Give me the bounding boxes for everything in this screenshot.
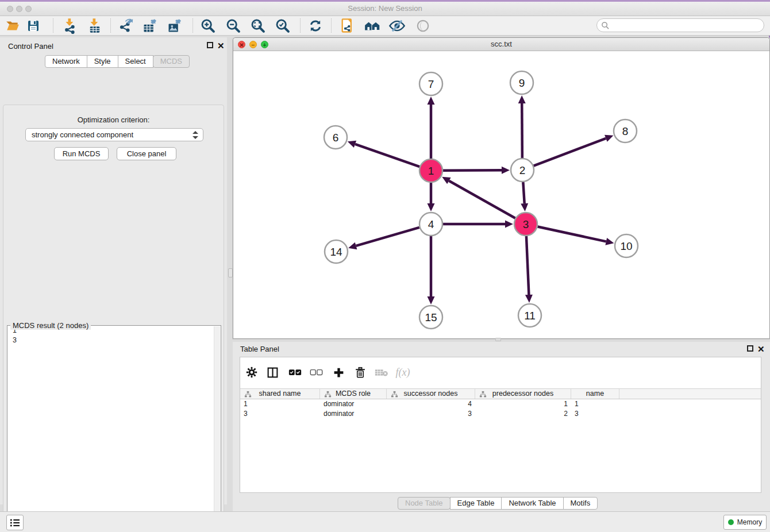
column-header-mcds-role[interactable]: MCDS role xyxy=(320,389,387,399)
graph-edge-1-6[interactable] xyxy=(355,144,419,167)
window-minimize-button[interactable] xyxy=(16,6,22,12)
toolbar-search xyxy=(596,18,764,32)
zoom-out-button[interactable] xyxy=(224,17,243,34)
graph-edge-arrow xyxy=(521,203,528,211)
graph-edge-2-9[interactable] xyxy=(522,103,522,158)
network-minimize-button[interactable]: − xyxy=(249,41,257,48)
delete-column-button[interactable] xyxy=(351,364,369,381)
network-view-window: ✕ − + scc.txt 7968124314101511 xyxy=(233,37,770,339)
column-header-successor-nodes[interactable]: successor nodes xyxy=(387,389,475,399)
import-table-button[interactable] xyxy=(85,17,105,34)
add-column-button[interactable] xyxy=(329,364,348,381)
control-panel-close-button[interactable]: ✕ xyxy=(217,43,225,49)
import-network-button[interactable] xyxy=(60,17,80,34)
hierarchy-icon xyxy=(324,391,332,398)
network-close-button[interactable]: ✕ xyxy=(238,41,245,48)
graph-edge-2-3[interactable] xyxy=(523,182,524,203)
tab-network[interactable]: Network xyxy=(45,55,87,68)
tab-network-table[interactable]: Network Table xyxy=(501,497,563,510)
criterion-select[interactable]: strongly connected component xyxy=(25,128,203,141)
tab-mcds[interactable]: MCDS xyxy=(153,55,190,68)
export-table-icon xyxy=(142,18,158,34)
graph-edge-1-2[interactable] xyxy=(443,170,502,171)
select-all-button[interactable] xyxy=(286,364,304,381)
tab-select[interactable]: Select xyxy=(118,55,153,68)
mcds-result-title: MCDS result (2 nodes) xyxy=(10,321,91,330)
graph-node-label-14: 14 xyxy=(330,246,342,258)
show-columns-button[interactable] xyxy=(263,364,282,381)
graph-edge-3-11[interactable] xyxy=(526,236,529,295)
optimization-criterion-label: Optimization criterion: xyxy=(0,115,227,124)
table-toolbar: f(x) xyxy=(240,357,761,387)
search-input[interactable] xyxy=(612,20,760,31)
table-settings-button[interactable] xyxy=(242,364,261,381)
panel-splitter-grip[interactable] xyxy=(228,268,233,277)
duplicate-network-button[interactable] xyxy=(338,17,357,34)
graph-node-label-4: 4 xyxy=(428,218,434,230)
graph-edge-arrow xyxy=(605,135,613,142)
zoom-in-button[interactable] xyxy=(198,17,218,34)
graph-edge-2-8[interactable] xyxy=(534,138,606,166)
select-stepper-icon xyxy=(191,130,199,140)
home-layout-button[interactable] xyxy=(363,17,382,34)
export-network-button[interactable] xyxy=(116,17,136,34)
delete-table-button[interactable] xyxy=(372,364,391,381)
graph-edge-arrow xyxy=(428,203,435,211)
graph-edge-4-14[interactable] xyxy=(356,228,419,246)
zoom-fit-button[interactable] xyxy=(248,17,268,34)
tab-edge-table[interactable]: Edge Table xyxy=(450,497,502,510)
graph-edge-arrow xyxy=(505,221,513,228)
hide-panels-button[interactable] xyxy=(387,17,407,34)
graph-node-label-8: 8 xyxy=(622,125,629,137)
node-table: shared name MCDS role successor nodes pr… xyxy=(240,388,761,419)
open-session-button[interactable] xyxy=(3,17,22,34)
import-table-icon xyxy=(87,18,103,34)
table-row[interactable]: 3 dominator 3 2 3 xyxy=(240,409,761,419)
hierarchy-icon xyxy=(244,391,252,398)
toolbar-separator xyxy=(110,18,111,33)
control-panel-float-button[interactable] xyxy=(207,42,213,48)
close-panel-button[interactable]: Close panel xyxy=(117,147,176,160)
column-header-name[interactable]: name xyxy=(571,389,619,399)
task-history-button[interactable] xyxy=(6,515,24,530)
table-panel-close-button[interactable]: ✕ xyxy=(757,346,765,352)
window-close-button[interactable] xyxy=(7,6,13,12)
graph-edge-3-10[interactable] xyxy=(538,226,606,241)
memory-button[interactable]: Memory xyxy=(723,515,767,530)
export-table-button[interactable] xyxy=(140,17,160,34)
app-titlebar: Session: New Session xyxy=(0,2,770,16)
tab-node-table[interactable]: Node Table xyxy=(398,497,451,510)
control-panel: Control Panel ✕ Network Style Select MCD… xyxy=(0,37,227,504)
network-canvas[interactable]: 7968124314101511 xyxy=(233,51,769,338)
graph-edge-3-1[interactable] xyxy=(449,181,515,218)
save-session-button[interactable] xyxy=(24,17,43,34)
deselect-all-button[interactable] xyxy=(307,364,325,381)
graph-node-label-7: 7 xyxy=(428,78,434,90)
node-table-body: f(x) shared name MCDS role successor nod… xyxy=(240,357,761,493)
fx-icon: f(x) xyxy=(396,367,410,379)
graph-edge-arrow xyxy=(525,295,533,303)
export-image-button[interactable] xyxy=(165,17,184,34)
column-header-shared-name[interactable]: shared name xyxy=(240,389,320,399)
refresh-button[interactable] xyxy=(306,17,325,34)
panel-splitter-grip[interactable] xyxy=(495,338,501,341)
tab-motifs[interactable]: Motifs xyxy=(563,497,598,510)
run-mcds-button[interactable]: Run MCDS xyxy=(54,147,109,160)
column-header-predecessor-nodes[interactable]: predecessor nodes xyxy=(475,389,571,399)
table-panel: Table Panel ✕ xyxy=(233,342,770,511)
table-row[interactable]: 1 dominator 4 1 1 xyxy=(240,399,761,409)
window-zoom-button[interactable] xyxy=(25,6,32,12)
mcds-result-box[interactable]: MCDS result (2 nodes) 1 3 xyxy=(7,325,221,532)
show-panels-button[interactable] xyxy=(413,17,433,34)
zoom-in-icon xyxy=(200,18,216,34)
cell-mcds-role: dominator xyxy=(320,399,387,409)
zoom-selected-button[interactable] xyxy=(273,17,292,34)
zoom-out-icon xyxy=(225,18,241,34)
result-scrollbar[interactable] xyxy=(214,326,220,532)
network-maximize-button[interactable]: + xyxy=(261,41,268,48)
network-window-titlebar: ✕ − + scc.txt xyxy=(233,38,769,51)
tab-style[interactable]: Style xyxy=(87,55,118,68)
function-builder-button[interactable]: f(x) xyxy=(394,364,412,381)
table-panel-float-button[interactable] xyxy=(747,345,753,352)
network-graph[interactable]: 7968124314101511 xyxy=(233,51,768,338)
